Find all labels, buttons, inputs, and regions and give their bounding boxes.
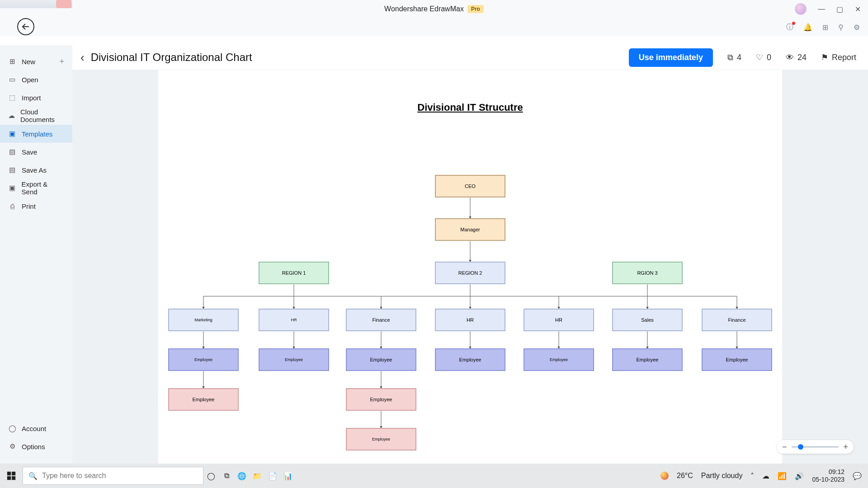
sidebar: ⊞ New + ▭ Open ⬚ Import ☁ Cloud Document…	[0, 45, 72, 464]
clock-time: 09:12	[812, 468, 844, 476]
save-icon: ▤	[8, 148, 16, 156]
user-icon: ◯	[8, 424, 16, 432]
help-icon[interactable]: ⓘ	[786, 23, 793, 32]
sidebar-item-account[interactable]: ◯ Account	[0, 419, 72, 437]
sidebar-item-label: Options	[22, 443, 45, 450]
diagram-canvas[interactable]: Divisional IT Strucutre	[158, 70, 782, 464]
org-node-dept-finance1[interactable]: Finance	[346, 309, 416, 331]
copies-count: 4	[737, 53, 741, 62]
zoom-thumb[interactable]	[798, 444, 803, 450]
zoom-slider[interactable]	[792, 446, 839, 448]
zoom-out-button[interactable]: −	[782, 442, 787, 452]
copy-icon: ⧉	[727, 53, 733, 62]
zoom-in-button[interactable]: +	[843, 442, 848, 452]
use-immediately-button[interactable]: Use immediately	[629, 48, 713, 67]
org-node-emp9[interactable]: Employee	[346, 388, 416, 411]
taskbar-app-cortana[interactable]: ◯	[203, 468, 219, 483]
sidebar-item-templates[interactable]: ▣ Templates	[0, 125, 72, 143]
org-node-dept-hr3[interactable]: HR	[524, 309, 594, 331]
tray-chevron-icon[interactable]: ˄	[750, 472, 754, 480]
org-node-emp7[interactable]: Employee	[702, 348, 772, 371]
org-node-dept-sales[interactable]: Sales	[612, 309, 683, 331]
report-button[interactable]: ⚑Report	[821, 52, 856, 62]
sidebar-item-open[interactable]: ▭ Open	[0, 70, 72, 89]
taskbar-clock[interactable]: 09:12 05-10-2023	[812, 468, 844, 483]
eye-icon: 👁	[786, 53, 794, 62]
tray-onedrive-icon[interactable]: ☁	[762, 472, 769, 480]
window-close-button[interactable]: ✕	[850, 3, 865, 15]
printer-icon: ⎙	[8, 202, 16, 210]
org-node-emp4[interactable]: Employee	[435, 348, 505, 371]
sidebar-item-label: Cloud Documents	[20, 108, 64, 123]
taskbar-app-edrawmax[interactable]: 📊	[280, 468, 296, 483]
views-stat: 👁24	[786, 53, 807, 62]
taskbar-app-edge[interactable]: 🌐	[234, 468, 250, 483]
org-node-emp10[interactable]: Employee	[346, 428, 416, 450]
taskbar-app-word[interactable]: 📄	[265, 468, 280, 483]
back-button[interactable]	[17, 18, 34, 35]
weather-temp[interactable]: 26°C	[677, 472, 693, 480]
sidebar-item-new[interactable]: ⊞ New +	[0, 52, 72, 70]
taskbar-search-input[interactable]	[42, 472, 198, 480]
sidebar-item-label: Print	[22, 202, 36, 210]
org-node-emp6[interactable]: Employee	[612, 348, 683, 371]
sidebar-item-cloud[interactable]: ☁ Cloud Documents	[0, 107, 72, 125]
org-node-manager[interactable]: Manager	[435, 218, 505, 241]
pin-icon[interactable]: ⚲	[838, 23, 844, 32]
sidebar-item-import[interactable]: ⬚ Import	[0, 89, 72, 107]
org-node-emp2[interactable]: Employee	[259, 348, 329, 371]
chevron-left-icon[interactable]: ‹	[80, 51, 85, 65]
pro-badge: Pro	[467, 5, 484, 13]
sidebar-item-label: Account	[22, 425, 46, 432]
start-button[interactable]	[0, 464, 23, 488]
tray-wifi-icon[interactable]: 📶	[778, 472, 787, 480]
tray-notifications-icon[interactable]: 💬	[853, 472, 862, 480]
org-node-region3[interactable]: RGION 3	[612, 262, 683, 284]
likes-stat[interactable]: ♡0	[756, 52, 771, 62]
flag-icon: ⚑	[821, 52, 828, 62]
window-minimize-button[interactable]: —	[814, 3, 829, 15]
report-label: Report	[832, 53, 856, 62]
sidebar-item-label: Open	[22, 76, 38, 84]
sidebar-item-export[interactable]: ▣ Export & Send	[0, 179, 72, 197]
sidebar-item-save[interactable]: ▤ Save	[0, 143, 72, 161]
org-node-dept-hr2[interactable]: HR	[435, 309, 505, 331]
sidebar-item-label: New	[22, 58, 35, 66]
sidebar-item-saveas[interactable]: ▤ Save As	[0, 161, 72, 179]
svg-rect-26	[12, 472, 15, 475]
sidebar-item-options[interactable]: ⚙ Options	[0, 437, 72, 455]
plus-square-icon: ⊞	[8, 57, 16, 66]
plus-icon[interactable]: +	[59, 57, 64, 66]
svg-rect-28	[12, 476, 15, 480]
org-node-dept-marketing[interactable]: Marketing	[168, 309, 239, 331]
org-node-emp1[interactable]: Employee	[168, 348, 239, 371]
import-icon: ⬚	[8, 94, 16, 102]
org-node-region1[interactable]: REGION 1	[259, 262, 329, 284]
bell-icon[interactable]: 🔔	[803, 23, 812, 32]
user-avatar[interactable]	[795, 3, 807, 15]
window-tab-close-stub[interactable]	[56, 0, 71, 8]
taskbar-taskview[interactable]: ⧉	[219, 468, 234, 483]
settings-icon[interactable]: ⚙	[854, 23, 860, 32]
sidebar-item-label: Save As	[22, 166, 47, 174]
org-node-dept-finance2[interactable]: Finance	[702, 309, 772, 331]
zoom-control: − +	[777, 440, 854, 454]
taskbar-search[interactable]: 🔍	[23, 467, 203, 485]
copies-stat[interactable]: ⧉4	[727, 53, 741, 62]
weather-text[interactable]: Partly cloudy	[701, 472, 743, 480]
org-node-ceo[interactable]: CEO	[435, 175, 505, 197]
apps-icon[interactable]: ⊞	[822, 23, 828, 32]
org-node-dept-hr1[interactable]: HR	[259, 309, 329, 331]
org-node-region2[interactable]: REGION 2	[435, 262, 505, 284]
org-node-emp5[interactable]: Employee	[524, 348, 594, 371]
window-maximize-button[interactable]: ▢	[832, 3, 847, 15]
sidebar-item-print[interactable]: ⎙ Print	[0, 197, 72, 215]
taskbar-app-explorer[interactable]: 📁	[250, 468, 265, 483]
org-node-emp3[interactable]: Employee	[346, 348, 416, 371]
sidebar-item-label: Templates	[22, 130, 52, 138]
tray-volume-icon[interactable]: 🔊	[795, 472, 804, 480]
svg-rect-25	[7, 472, 11, 475]
app-name: Wondershare EdrawMax	[384, 5, 464, 13]
folder-icon: ▭	[8, 75, 16, 84]
org-node-emp8[interactable]: Employee	[168, 388, 239, 411]
